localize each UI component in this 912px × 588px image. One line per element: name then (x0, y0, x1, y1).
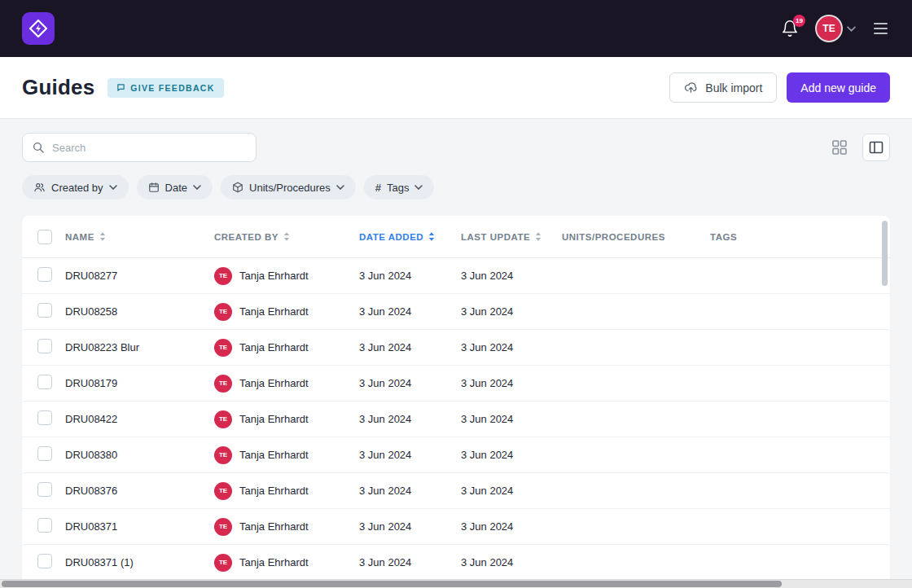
column-header-name[interactable]: NAME (65, 232, 214, 242)
sort-icon (283, 232, 290, 241)
people-icon (33, 182, 46, 193)
creator-name: Tanja Ehrhardt (239, 305, 309, 318)
creator-name: Tanja Ehrhardt (239, 341, 309, 353)
bulk-import-button[interactable]: Bulk import (669, 72, 777, 103)
guide-name[interactable]: DRU08422 (65, 413, 214, 425)
table-row[interactable]: DRU08371 (1)TETanja Ehrhardt3 Jun 20243 … (22, 545, 890, 581)
column-header-date-added[interactable]: DATE ADDED (359, 232, 461, 242)
last-update: 3 Jun 2024 (461, 305, 562, 318)
creator-avatar: TE (214, 375, 232, 393)
app-logo[interactable] (22, 12, 55, 45)
guide-name[interactable]: DRU08277 (65, 270, 214, 282)
notification-badge: 19 (793, 15, 805, 27)
horizontal-scrollbar-thumb[interactable] (2, 581, 782, 587)
filter-created-by[interactable]: Created by (22, 175, 129, 200)
last-update: 3 Jun 2024 (461, 485, 562, 497)
guides-table: NAMECREATED BYDATE ADDEDLAST UPDATEUNITS… (22, 216, 890, 581)
calendar-icon (148, 182, 160, 193)
vertical-scrollbar-thumb[interactable] (882, 221, 888, 286)
user-avatar[interactable]: TE (817, 16, 841, 41)
grid-view-button[interactable] (826, 134, 853, 161)
diamond-bolt-icon (28, 19, 48, 38)
filter-date[interactable]: Date (137, 175, 213, 200)
filter-label: Tags (387, 182, 409, 194)
search-icon (32, 141, 45, 154)
column-header-units-procedures: UNITS/PROCEDURES (562, 232, 710, 242)
column-header-created-by[interactable]: CREATED BY (214, 232, 359, 242)
guide-name[interactable]: DRU08371 (65, 520, 214, 533)
guide-name[interactable]: DRU08380 (65, 449, 214, 461)
page-header: Guides GIVE FEEDBACK Bulk import Add new… (0, 57, 912, 119)
date-added: 3 Jun 2024 (359, 556, 461, 568)
creator-avatar: TE (214, 554, 232, 572)
give-feedback-button[interactable]: GIVE FEEDBACK (107, 78, 223, 98)
row-checkbox[interactable] (37, 518, 52, 533)
select-all-checkbox[interactable] (37, 230, 52, 244)
row-checkbox[interactable] (37, 267, 52, 282)
page-title: Guides (22, 75, 94, 100)
date-added: 3 Jun 2024 (359, 449, 461, 461)
creator-name: Tanja Ehrhardt (239, 377, 309, 389)
menu-button[interactable] (874, 23, 888, 34)
filter-bar: Created byDateUnits/Procedures#Tags (22, 175, 890, 200)
date-added: 3 Jun 2024 (359, 485, 461, 497)
creator-name: Tanja Ehrhardt (239, 449, 309, 461)
search-input[interactable] (52, 142, 247, 154)
last-update: 3 Jun 2024 (461, 341, 562, 353)
table-row[interactable]: DRU08223 BlurTETanja Ehrhardt3 Jun 20243… (22, 330, 890, 366)
guide-name[interactable]: DRU08371 (1) (65, 556, 214, 568)
last-update: 3 Jun 2024 (461, 556, 562, 568)
date-added: 3 Jun 2024 (359, 413, 461, 425)
notifications-button[interactable]: 19 (779, 18, 800, 39)
grid-icon (832, 140, 847, 155)
filter-tags[interactable]: #Tags (364, 175, 435, 200)
creator-avatar: TE (214, 303, 232, 321)
guide-name[interactable]: DRU08223 Blur (65, 341, 214, 353)
row-checkbox[interactable] (37, 375, 52, 389)
topbar: 19 TE (0, 0, 912, 57)
creator-avatar: TE (214, 267, 232, 285)
filter-label: Units/Procedures (249, 182, 331, 194)
table-row[interactable]: DRU08422TETanja Ehrhardt3 Jun 20243 Jun … (22, 402, 890, 437)
row-checkbox[interactable] (37, 554, 52, 568)
table-row[interactable]: DRU08380TETanja Ehrhardt3 Jun 20243 Jun … (22, 437, 890, 473)
table-row[interactable]: DRU08258TETanja Ehrhardt3 Jun 20243 Jun … (22, 294, 890, 330)
row-checkbox[interactable] (37, 446, 52, 461)
date-added: 3 Jun 2024 (359, 305, 461, 318)
chevron-down-icon[interactable] (847, 26, 856, 32)
guide-name[interactable]: DRU08376 (65, 485, 214, 497)
table-header-row: NAMECREATED BYDATE ADDEDLAST UPDATEUNITS… (22, 216, 890, 258)
row-checkbox[interactable] (37, 410, 52, 425)
filter-label: Created by (51, 182, 103, 194)
creator-name: Tanja Ehrhardt (239, 485, 309, 497)
table-row[interactable]: DRU08179TETanja Ehrhardt3 Jun 20243 Jun … (22, 366, 890, 402)
row-checkbox[interactable] (37, 482, 52, 497)
creator-avatar: TE (214, 339, 232, 357)
horizontal-scrollbar[interactable] (0, 579, 912, 588)
add-new-guide-button[interactable]: Add new guide (787, 72, 890, 103)
creator-avatar: TE (214, 518, 232, 536)
feedback-bubble-icon (116, 83, 125, 92)
table-row[interactable]: DRU08371TETanja Ehrhardt3 Jun 20243 Jun … (22, 509, 890, 545)
guide-name[interactable]: DRU08179 (65, 377, 214, 389)
last-update: 3 Jun 2024 (461, 270, 562, 282)
filter-units-procedures[interactable]: Units/Procedures (221, 175, 356, 200)
column-header-last-update[interactable]: LAST UPDATE (461, 232, 562, 242)
table-row[interactable]: DRU08376TETanja Ehrhardt3 Jun 20243 Jun … (22, 473, 890, 509)
table-view-button[interactable] (862, 134, 890, 161)
creator-avatar: TE (214, 410, 232, 428)
table-body: DRU08277TETanja Ehrhardt3 Jun 20243 Jun … (22, 258, 890, 581)
creator-name: Tanja Ehrhardt (239, 520, 309, 533)
row-checkbox[interactable] (37, 303, 52, 318)
table-row[interactable]: DRU08277TETanja Ehrhardt3 Jun 20243 Jun … (22, 258, 890, 294)
creator-name: Tanja Ehrhardt (239, 413, 309, 425)
creator-name: Tanja Ehrhardt (239, 556, 309, 568)
cloud-upload-icon (684, 81, 698, 94)
cube-icon (232, 182, 243, 193)
last-update: 3 Jun 2024 (461, 413, 562, 425)
creator-name: Tanja Ehrhardt (239, 270, 309, 282)
main-content: Created byDateUnits/Procedures#Tags NAME… (0, 133, 912, 581)
date-added: 3 Jun 2024 (359, 520, 461, 533)
guide-name[interactable]: DRU08258 (65, 305, 214, 318)
row-checkbox[interactable] (37, 339, 52, 353)
